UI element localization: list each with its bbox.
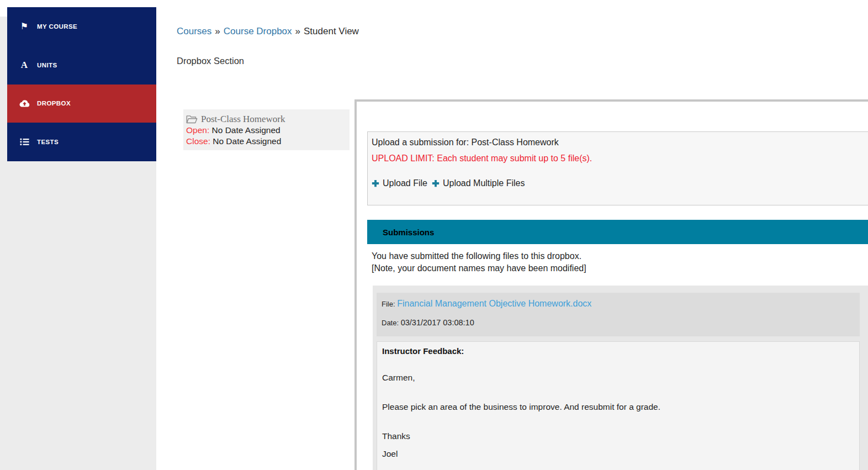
breadcrumb-separator: » bbox=[292, 26, 304, 36]
breadcrumb-current: Student View bbox=[304, 26, 359, 36]
sidebar-item-tests[interactable]: TESTS bbox=[7, 123, 156, 161]
sidebar-item-label: UNITS bbox=[37, 62, 57, 68]
upload-file-button[interactable]: Upload File bbox=[372, 178, 427, 188]
upload-box: Upload a submission for: Post-Class Home… bbox=[367, 131, 868, 205]
submission-file-box: File: Financial Management Objective Hom… bbox=[377, 293, 860, 336]
breadcrumb-link-course-dropbox[interactable]: Course Dropbox bbox=[224, 26, 292, 36]
submissions-header-label: Submissions bbox=[367, 228, 434, 237]
instructor-feedback-box: Instructor Feedback: Carmen, Please pick… bbox=[377, 341, 860, 470]
dropbox-folder-title-row: Post-Class Homework bbox=[186, 113, 350, 125]
submissions-intro-line1: You have submitted the following files t… bbox=[372, 250, 586, 262]
sidebar-item-dropbox[interactable]: DROPBOX bbox=[7, 85, 156, 123]
file-row: File: Financial Management Objective Hom… bbox=[382, 299, 860, 309]
submissions-header-bar: Submissions bbox=[367, 220, 868, 244]
sidebar-item-label: DROPBOX bbox=[37, 100, 71, 107]
dropbox-folder-title: Post-Class Homework bbox=[201, 113, 285, 125]
letter-a-icon: A bbox=[18, 60, 30, 70]
flag-icon: ⚑ bbox=[18, 22, 30, 31]
file-label: File: bbox=[382, 300, 395, 308]
sidebar-item-units[interactable]: A UNITS bbox=[7, 46, 156, 85]
cloud-upload-icon bbox=[18, 99, 30, 107]
upload-multiple-files-label: Upload Multiple Files bbox=[443, 178, 525, 188]
upload-limit-text: UPLOAD LIMIT: Each student may submit up… bbox=[372, 152, 863, 165]
feedback-line: Thanks bbox=[382, 431, 859, 441]
close-date-row: Close: No Date Assigned bbox=[186, 136, 350, 147]
main-panel: Upload a submission for: Post-Class Home… bbox=[354, 99, 868, 470]
ordered-list-icon bbox=[18, 138, 30, 146]
breadcrumb-link-courses[interactable]: Courses bbox=[177, 26, 211, 36]
feedback-line: Joel bbox=[382, 449, 859, 459]
date-value: 03/31/2017 03:08:10 bbox=[401, 318, 474, 327]
close-value: No Date Assigned bbox=[213, 136, 281, 146]
open-label: Open: bbox=[186, 125, 209, 135]
sidebar-nav: ⚑ MY COURSE A UNITS DROPBOX TESTS bbox=[7, 7, 156, 161]
dropbox-folder-panel[interactable]: Post-Class Homework Open: No Date Assign… bbox=[183, 109, 350, 150]
sidebar-item-label: MY COURSE bbox=[37, 23, 77, 30]
upload-multiple-files-button[interactable]: Upload Multiple Files bbox=[432, 178, 525, 188]
plus-icon bbox=[372, 179, 379, 187]
folder-open-icon bbox=[186, 115, 198, 124]
instructor-feedback-heading: Instructor Feedback: bbox=[382, 346, 859, 356]
sidebar-item-label: TESTS bbox=[37, 139, 59, 145]
date-row: Date: 03/31/2017 03:08:10 bbox=[382, 318, 860, 327]
submissions-intro: You have submitted the following files t… bbox=[372, 250, 586, 274]
date-label: Date: bbox=[382, 319, 399, 327]
upload-file-label: Upload File bbox=[383, 178, 427, 188]
upload-heading: Upload a submission for: Post-Class Home… bbox=[372, 136, 863, 149]
submission-entry: File: Financial Management Objective Hom… bbox=[373, 286, 868, 470]
feedback-line: Carmen, bbox=[382, 373, 859, 383]
open-value: No Date Assigned bbox=[212, 125, 280, 135]
breadcrumb-separator: » bbox=[211, 26, 223, 36]
sidebar-item-my-course[interactable]: ⚑ MY COURSE bbox=[7, 7, 156, 46]
open-date-row: Open: No Date Assigned bbox=[186, 125, 350, 136]
upload-actions: Upload File Upload Multiple Files bbox=[372, 178, 863, 188]
feedback-line: Please pick an area of the business to i… bbox=[382, 402, 859, 412]
submitted-file-link[interactable]: Financial Management Objective Homework.… bbox=[397, 299, 591, 308]
submissions-intro-line2: [Note, your document names may have been… bbox=[372, 262, 586, 274]
plus-icon bbox=[432, 179, 440, 187]
page-title: Dropbox Section bbox=[177, 56, 244, 66]
close-label: Close: bbox=[186, 136, 210, 146]
breadcrumb: Courses»Course Dropbox»Student View bbox=[177, 26, 359, 37]
